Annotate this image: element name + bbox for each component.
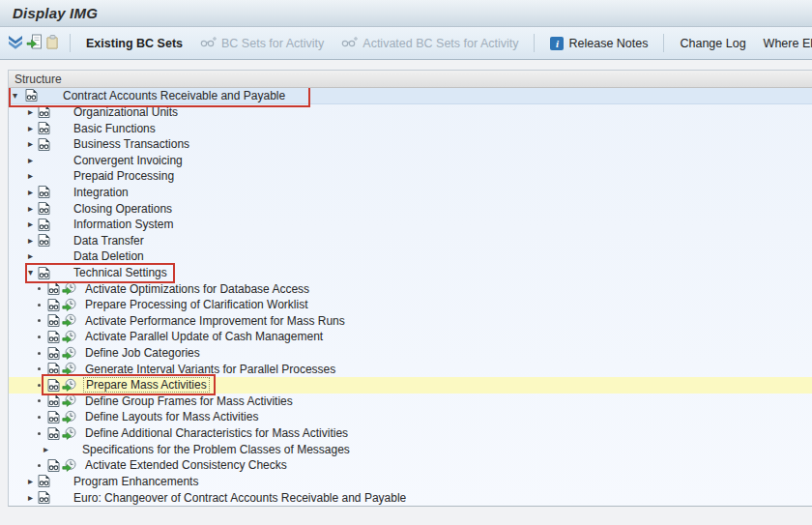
tree-row[interactable]: ▸Information System	[9, 217, 812, 233]
triangle-right-icon[interactable]: ▸	[28, 107, 33, 117]
tree-item-label[interactable]: Define Layouts for Mass Activities	[85, 410, 258, 423]
tree-item-label[interactable]: Activate Extended Consistency Checks	[85, 458, 287, 472]
tree-row[interactable]: Activate Optimizations for Database Acce…	[9, 280, 812, 297]
triangle-right-icon[interactable]: ▸	[28, 156, 33, 165]
img-structure-node-icon[interactable]	[37, 137, 51, 152]
tree-row[interactable]: Activate Extended Consistency Checks	[9, 457, 812, 474]
img-activity-doc-icon[interactable]	[46, 426, 61, 441]
img-activity-doc-icon[interactable]	[46, 281, 61, 296]
tree-row[interactable]: Prepare Mass Activities	[9, 377, 812, 394]
triangle-right-icon[interactable]: ▸	[28, 493, 33, 503]
existing-bc-sets-button[interactable]: Existing BC Sets	[77, 33, 191, 54]
img-structure-node-icon[interactable]	[37, 266, 51, 280]
triangle-right-icon[interactable]: ▸	[28, 124, 33, 133]
tree-item-label[interactable]: Euro: Changeover of Contract Accounts Re…	[73, 491, 406, 505]
tree-row[interactable]: Prepare Processing of Clarification Work…	[9, 297, 812, 313]
img-structure-node-icon[interactable]	[37, 201, 51, 216]
tree-item-label[interactable]: Basic Functions	[73, 122, 156, 135]
tree-row[interactable]: Activate Performance Improvement for Mas…	[9, 313, 812, 330]
execute-activity-icon[interactable]	[62, 394, 76, 408]
triangle-right-icon[interactable]: ▸	[28, 204, 33, 214]
triangle-right-icon[interactable]: ▸	[28, 139, 33, 149]
triangle-right-icon[interactable]: ▸	[28, 251, 33, 261]
position-button[interactable]	[26, 32, 43, 55]
tree-row[interactable]: ▸Convergent Invoicing	[9, 152, 812, 168]
triangle-right-icon[interactable]: ▸	[44, 445, 48, 454]
execute-activity-icon[interactable]	[62, 410, 76, 424]
img-activity-doc-icon[interactable]	[46, 313, 61, 328]
tree-item-label[interactable]: Data Deletion	[73, 249, 144, 263]
tree-item-label[interactable]: Closing Operations	[73, 202, 172, 216]
tree-item-label[interactable]: Activate Parallel Update of Cash Managem…	[85, 330, 323, 343]
execute-activity-icon[interactable]	[62, 330, 76, 344]
tree-row[interactable]: ▸Data Transfer	[9, 232, 812, 248]
tree-row[interactable]: ▾Contract Accounts Receivable and Payabl…	[9, 88, 812, 104]
tree-item-label[interactable]: Convergent Invoicing	[73, 154, 183, 167]
img-activity-doc-icon[interactable]	[46, 330, 61, 344]
tree-row[interactable]: ▾Technical Settings	[9, 265, 812, 281]
img-activity-doc-icon[interactable]	[46, 394, 61, 408]
tree-item-label[interactable]: Technical Settings	[73, 266, 167, 279]
img-activity-doc-icon[interactable]	[46, 378, 61, 393]
tree-row[interactable]: ▸Basic Functions	[9, 120, 812, 136]
tree-row[interactable]: ▸Euro: Changeover of Contract Accounts R…	[9, 489, 812, 506]
tree-item-label[interactable]: Prepare Mass Activities	[83, 377, 210, 393]
execute-activity-icon[interactable]	[62, 426, 76, 441]
execute-activity-icon[interactable]	[62, 281, 76, 296]
display-bc-sets-button[interactable]	[8, 32, 23, 55]
img-activity-doc-icon[interactable]	[46, 346, 61, 361]
tree-item-label[interactable]: Information System	[73, 218, 173, 231]
tree-item-label[interactable]: Contract Accounts Receivable and Payable	[63, 89, 285, 102]
img-structure-node-icon[interactable]	[37, 185, 51, 199]
img-structure-node-icon[interactable]	[37, 233, 51, 248]
tree-item-label[interactable]: Define Job Categories	[85, 346, 200, 360]
img-tree[interactable]: ▾Contract Accounts Receivable and Payabl…	[9, 88, 812, 506]
execute-activity-icon[interactable]	[62, 458, 76, 473]
img-structure-node-icon[interactable]	[24, 88, 39, 102]
img-activity-doc-icon[interactable]	[46, 410, 61, 424]
execute-activity-icon[interactable]	[62, 378, 76, 393]
tree-item-label[interactable]: Prepaid Processing	[73, 169, 174, 183]
tree-row[interactable]: ▸Business Transactions	[9, 136, 812, 153]
triangle-right-icon[interactable]: ▸	[28, 236, 33, 246]
change-log-button[interactable]: Change Log	[671, 33, 754, 54]
tree-item-label[interactable]: Business Transactions	[73, 137, 189, 151]
triangle-right-icon[interactable]: ▸	[28, 219, 33, 229]
leaf-bullet-icon	[38, 304, 41, 306]
where-else-used-button[interactable]: Where Else Used	[755, 33, 812, 54]
triangle-down-icon[interactable]: ▾	[13, 91, 17, 101]
tree-row[interactable]: ▸Specifications for the Problem Classes …	[9, 441, 812, 457]
tree-row[interactable]: ▸Program Enhancements	[9, 474, 812, 490]
tree-item-label[interactable]: Program Enhancements	[73, 475, 198, 488]
tree-row[interactable]: Define Layouts for Mass Activities	[9, 409, 812, 425]
tree-row[interactable]: ▸Closing Operations	[9, 200, 812, 217]
triangle-down-icon[interactable]: ▾	[28, 268, 33, 277]
tree-row[interactable]: ▸Integration	[9, 185, 812, 201]
img-structure-node-icon[interactable]	[37, 490, 51, 505]
tree-row[interactable]: Define Job Categories	[9, 345, 812, 362]
tree-row[interactable]: Activate Parallel Update of Cash Managem…	[9, 329, 812, 345]
tree-item-label[interactable]: Prepare Processing of Clarification Work…	[85, 298, 308, 311]
tree-item-label[interactable]: Activate Performance Improvement for Mas…	[85, 314, 345, 328]
triangle-right-icon[interactable]: ▸	[28, 477, 33, 486]
tree-item-label[interactable]: Specifications for the Problem Classes o…	[82, 443, 350, 456]
release-notes-button[interactable]: i Release Notes	[541, 33, 656, 54]
tree-row[interactable]: ▸Prepaid Processing	[9, 168, 812, 185]
tree-row[interactable]: Define Additional Characteristics for Ma…	[9, 425, 812, 442]
triangle-right-icon[interactable]: ▸	[28, 171, 33, 181]
execute-activity-icon[interactable]	[62, 298, 76, 312]
tree-item-label[interactable]: Integration	[73, 186, 129, 199]
img-structure-node-icon[interactable]	[37, 474, 51, 488]
execute-activity-icon[interactable]	[62, 313, 76, 328]
img-structure-node-icon[interactable]	[37, 218, 51, 232]
img-structure-node-icon[interactable]	[37, 121, 51, 135]
leaf-bullet-icon	[38, 464, 41, 467]
img-activity-doc-icon[interactable]	[46, 458, 61, 473]
tree-item-label[interactable]: Define Additional Characteristics for Ma…	[85, 426, 348, 440]
triangle-right-icon[interactable]: ▸	[28, 188, 33, 197]
execute-activity-icon[interactable]	[62, 346, 76, 361]
tree-item-label[interactable]: Data Transfer	[73, 234, 144, 248]
tree-item-label[interactable]: Activate Optimizations for Database Acce…	[85, 282, 309, 296]
tree-item-label[interactable]: Define Group Frames for Mass Activities	[85, 394, 293, 408]
img-activity-doc-icon[interactable]	[46, 298, 61, 312]
